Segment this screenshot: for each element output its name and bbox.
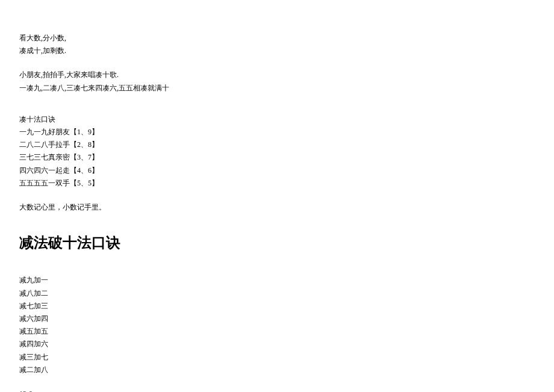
intro-line-2: 凑成十,加剩数. xyxy=(19,45,554,57)
pairing-rule-1: 一九一九好朋友【1、9】 xyxy=(19,126,554,138)
subtraction-rule-8: 减二加八 xyxy=(19,364,554,376)
pairing-rule-3: 三七三七真亲密【3、7】 xyxy=(19,152,554,163)
subtraction-rule-3: 减七加三 xyxy=(19,300,554,312)
subtraction-rule-1: 减九加一 xyxy=(19,275,554,286)
pairing-title: 凑十法口诀 xyxy=(19,114,554,125)
subtraction-rule-7: 减三加七 xyxy=(19,352,554,363)
subtraction-rule-4: 减六加四 xyxy=(19,313,554,325)
pairing-rule-2: 二八二八手拉手【2、8】 xyxy=(19,139,554,151)
subtraction-rule-6: 减四加六 xyxy=(19,338,554,350)
song-line-2: 一凑九,二凑八,三凑七来四凑六,五五相凑就满十 xyxy=(19,82,554,94)
subtraction-rule-5: 减五加五 xyxy=(19,326,554,337)
intro-line-1: 看大数,分小数, xyxy=(19,33,554,44)
pairing-rule-4: 四六四六一起走【4、6】 xyxy=(19,165,554,176)
subtraction-heading: 减法破十法口诀 xyxy=(19,231,554,254)
example-problem: 12-9 xyxy=(19,388,554,392)
memory-tip: 大数记心里，小数记手里。 xyxy=(19,202,554,213)
pairing-rule-5: 五五五五一双手【5、5】 xyxy=(19,178,554,189)
subtraction-rule-2: 减八加二 xyxy=(19,288,554,299)
song-line-1: 小朋友,拍拍手,大家来唱凑十歌. xyxy=(19,69,554,81)
